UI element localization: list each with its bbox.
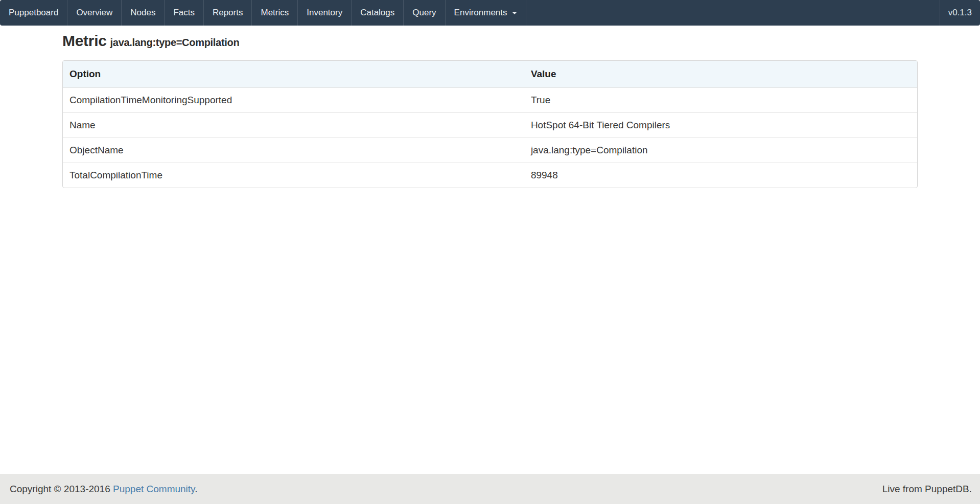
nav-item-query[interactable]: Query: [404, 0, 445, 26]
table-row: Name HotSpot 64-Bit Tiered Compilers: [63, 113, 917, 138]
table-row: ObjectName java.lang:type=Compilation: [63, 138, 917, 163]
value-cell: 89948: [524, 163, 917, 188]
table-row: CompilationTimeMonitoringSupported True: [63, 88, 917, 113]
nav-item-catalogs[interactable]: Catalogs: [352, 0, 404, 26]
copyright-text: Copyright © 2013-2016 Puppet Community.: [10, 484, 197, 495]
page-title: Metricjava.lang:type=Compilation: [62, 32, 918, 50]
value-cell: java.lang:type=Compilation: [524, 138, 917, 163]
nav-item-overview[interactable]: Overview: [67, 0, 122, 26]
nav-item-metrics[interactable]: Metrics: [252, 0, 298, 26]
nav-item-reports[interactable]: Reports: [204, 0, 252, 26]
main-content: Metricjava.lang:type=Compilation Option …: [0, 26, 980, 474]
nav-item-environments-dropdown[interactable]: Environments: [446, 0, 526, 26]
table-row: TotalCompilationTime 89948: [63, 163, 917, 188]
page-subtitle: java.lang:type=Compilation: [110, 37, 240, 48]
column-header-value: Value: [524, 61, 917, 88]
version-label: v0.1.3: [940, 0, 980, 26]
nav-item-inventory[interactable]: Inventory: [298, 0, 352, 26]
copyright-suffix: .: [195, 484, 197, 494]
value-cell: HotSpot 64-Bit Tiered Compilers: [524, 113, 917, 138]
option-cell: Name: [63, 113, 524, 138]
option-cell: ObjectName: [63, 138, 524, 163]
nav-item-facts[interactable]: Facts: [165, 0, 204, 26]
copyright-prefix: Copyright © 2013-2016: [10, 484, 110, 494]
option-cell: TotalCompilationTime: [63, 163, 524, 188]
top-navbar: Puppetboard Overview Nodes Facts Reports…: [0, 0, 980, 26]
puppet-community-link[interactable]: Puppet Community: [113, 484, 195, 494]
column-header-option: Option: [63, 61, 524, 88]
metric-table-container: Option Value CompilationTimeMonitoringSu…: [62, 60, 918, 188]
option-cell: CompilationTimeMonitoringSupported: [63, 88, 524, 113]
value-cell: True: [524, 88, 917, 113]
navbar-spacer: [526, 0, 940, 26]
nav-item-puppetboard[interactable]: Puppetboard: [0, 0, 67, 26]
nav-item-nodes[interactable]: Nodes: [122, 0, 165, 26]
page-footer: Copyright © 2013-2016 Puppet Community. …: [0, 474, 980, 504]
table-header-row: Option Value: [63, 61, 917, 88]
caret-down-icon: [512, 12, 517, 14]
page-title-text: Metric: [62, 32, 107, 49]
metric-table: Option Value CompilationTimeMonitoringSu…: [63, 61, 917, 188]
nav-item-label: Environments: [454, 8, 507, 18]
live-from-puppetdb-text: Live from PuppetDB.: [882, 484, 972, 495]
